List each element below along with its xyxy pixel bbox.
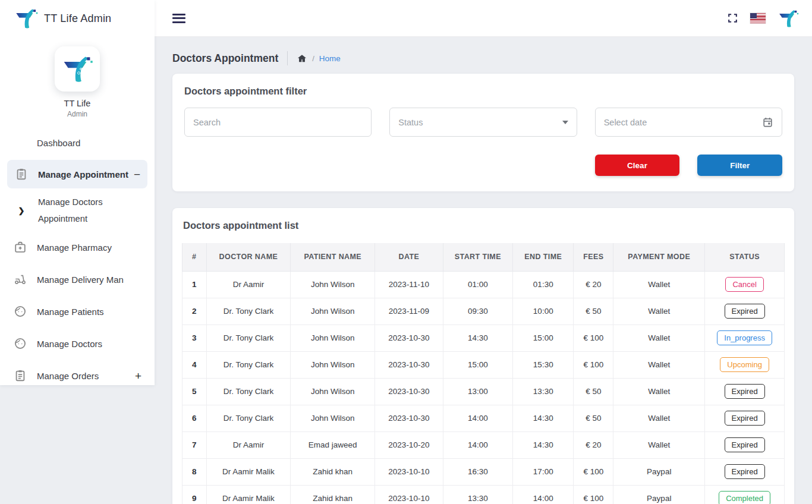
cell-fees: € 20: [574, 271, 613, 298]
column-header-doctor-name: DOCTOR NAME: [206, 243, 291, 271]
cell-date: 2023-10-10: [375, 485, 443, 504]
logo-title: TT Life: [64, 99, 91, 108]
cell-start: 15:00: [443, 351, 513, 378]
sidebar-item-manage-appointment[interactable]: Manage Appointment−: [7, 160, 147, 188]
cell-payment: Wallet: [613, 271, 705, 298]
status-badge[interactable]: Expired: [725, 437, 765, 452]
cell-fees: € 100: [574, 485, 613, 504]
cell-fees: € 20: [574, 431, 613, 458]
table-row: 2Dr. Tony ClarkJohn Wilson2023-11-0909:3…: [182, 298, 785, 325]
status-select-value: Status: [398, 118, 423, 127]
cell-end: 14:00: [513, 485, 574, 504]
appointment-table-wrap: #DOCTOR NAMEPATIENT NAMEDATESTART TIMEEN…: [182, 243, 785, 504]
cell-doctor: Dr. Tony Clark: [206, 351, 291, 378]
tt-life-logo-icon: [14, 8, 38, 29]
sidebar-item-manage-patients[interactable]: Manage Patients: [0, 295, 155, 327]
cell-payment: Wallet: [613, 405, 705, 431]
table-row: 9Dr Aamir MalikZahid khan2023-10-1013:30…: [182, 485, 785, 504]
calendar-icon[interactable]: [762, 116, 773, 128]
sidebar: TT Life Admin TT Life: [0, 0, 155, 385]
cell-num: 4: [182, 351, 207, 378]
cell-num: 6: [182, 405, 207, 431]
search-input[interactable]: [193, 118, 363, 127]
status-badge[interactable]: Expired: [725, 411, 765, 426]
breadcrumb-separator: /: [312, 54, 314, 63]
cell-doctor: Dr Aamir Malik: [206, 485, 291, 504]
status-badge[interactable]: Cancel: [725, 277, 763, 292]
cell-date: 2023-10-30: [375, 405, 443, 431]
cell-end: 14:30: [513, 405, 574, 431]
cell-start: 09:30: [443, 298, 513, 325]
cell-patient: Emad jaweed: [291, 431, 375, 458]
cell-payment: Paypal: [613, 485, 705, 504]
sidebar-item-dashboard[interactable]: Dashboard: [0, 127, 155, 159]
cell-status: Completed: [705, 485, 785, 504]
logo-block: TT Life Admin: [0, 37, 155, 118]
medical-bag-icon: [13, 240, 27, 254]
column-header-num: #: [182, 243, 207, 271]
cell-start: 13:30: [443, 485, 513, 504]
status-badge[interactable]: Expired: [725, 304, 765, 319]
cell-start: 16:30: [443, 458, 513, 485]
hamburger-menu-icon[interactable]: [172, 11, 185, 25]
cell-fees: € 100: [574, 351, 613, 378]
sidebar-item-manage-pharmacy[interactable]: Manage Pharmacy: [0, 231, 155, 263]
cell-num: 8: [182, 458, 207, 485]
cell-status: In_progress: [705, 325, 785, 351]
cell-patient: Zahid khan: [291, 485, 375, 504]
cell-start: 14:30: [443, 325, 513, 351]
cell-end: 13:30: [513, 378, 574, 405]
cell-status: Expired: [705, 458, 785, 485]
home-icon[interactable]: [297, 53, 307, 64]
home-icon: [13, 136, 27, 150]
cell-payment: Wallet: [613, 351, 705, 378]
column-header-date: DATE: [375, 243, 443, 271]
table-row: 1Dr AamirJohn Wilson2023-11-1001:0001:30…: [182, 271, 785, 298]
table-row: 8Dr Aamir MalikZahid khan2023-10-1016:30…: [182, 458, 785, 485]
column-header-patient-name: PATIENT NAME: [291, 243, 375, 271]
cell-status: Expired: [705, 298, 785, 325]
cell-patient: John Wilson: [291, 351, 375, 378]
sidebar-item-manage-orders[interactable]: Manage Orders+: [0, 360, 155, 392]
cell-end: 17:00: [513, 458, 574, 485]
appointment-list-card: Doctors appointment list #DOCTOR NAMEPAT…: [172, 208, 794, 504]
cell-end: 15:00: [513, 325, 574, 351]
search-field[interactable]: [184, 108, 372, 137]
us-flag-icon[interactable]: [750, 13, 766, 23]
clear-button[interactable]: Clear: [595, 155, 680, 176]
topbar: [155, 0, 812, 37]
filter-button[interactable]: Filter: [697, 155, 782, 176]
tt-life-logo-icon[interactable]: [778, 9, 799, 28]
sidebar-menu: DashboardManage Appointment−❯Manage Doct…: [0, 127, 155, 392]
cell-payment: Wallet: [613, 431, 705, 458]
sidebar-item-manage-delivery-man[interactable]: Manage Delivery Man: [0, 263, 155, 295]
cell-date: 2023-11-10: [375, 271, 443, 298]
chevron-down-icon: [562, 121, 568, 124]
cell-payment: Wallet: [613, 298, 705, 325]
sidebar-item-manage-doctors[interactable]: Manage Doctors: [0, 327, 155, 360]
face-icon: [13, 336, 27, 351]
brand[interactable]: TT Life Admin: [0, 0, 155, 37]
breadcrumb-divider: [287, 51, 288, 65]
status-badge[interactable]: Upcoming: [720, 357, 769, 372]
status-select[interactable]: Status: [389, 108, 577, 137]
column-header-payment-mode: PAYMENT MODE: [613, 243, 705, 271]
cell-date: 2023-10-30: [375, 325, 443, 351]
minus-icon[interactable]: −: [134, 169, 140, 180]
date-field[interactable]: Select date: [595, 108, 782, 137]
cell-patient: John Wilson: [291, 271, 375, 298]
status-badge[interactable]: Expired: [725, 464, 765, 479]
main-content: Doctors Appointment / Home Doctors appoi…: [155, 37, 812, 504]
breadcrumb-home-link[interactable]: Home: [319, 54, 341, 63]
status-badge[interactable]: Expired: [725, 384, 765, 399]
status-badge[interactable]: Completed: [719, 491, 770, 504]
column-header-status: STATUS: [705, 243, 785, 271]
plus-icon[interactable]: +: [135, 370, 141, 382]
status-badge[interactable]: In_progress: [717, 330, 772, 345]
cell-fees: € 50: [574, 378, 613, 405]
fullscreen-icon[interactable]: [727, 12, 738, 24]
brand-name: TT Life Admin: [44, 12, 111, 25]
sidebar-item-manage-doctors-appointment[interactable]: ❯Manage Doctors Appointment: [0, 190, 155, 231]
cell-start: 13:00: [443, 378, 513, 405]
cell-fees: € 50: [574, 405, 613, 431]
